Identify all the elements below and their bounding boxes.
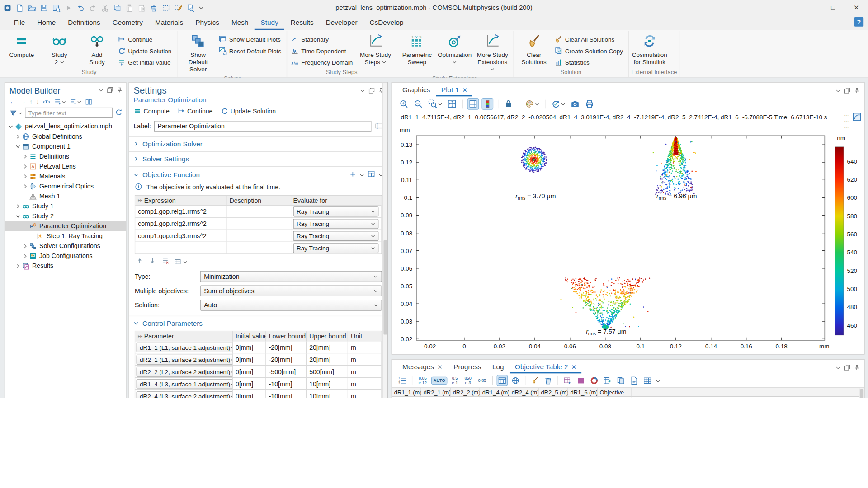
- format-8.85e-12[interactable]: 8.85e-12: [417, 375, 429, 386]
- upper-bound-cell[interactable]: 10[mm]: [307, 390, 348, 398]
- close-button[interactable]: ✕: [845, 0, 868, 15]
- evaluate-for-select[interactable]: Ray Tracing: [293, 231, 379, 241]
- initial-value-cell[interactable]: 0[mm]: [233, 353, 266, 365]
- unit-cell[interactable]: m: [348, 353, 382, 365]
- parameter-select[interactable]: dR1_1 (L1, surface 1 adjustment): [137, 342, 233, 352]
- maximize-button[interactable]: □: [821, 0, 844, 15]
- continue-button[interactable]: Continue: [177, 107, 213, 116]
- table-settings-icon[interactable]: [174, 258, 187, 266]
- tree-item-petzval-lens-optimization-mph[interactable]: petzval_lens_optimization.mph: [5, 122, 126, 131]
- ribbon-show-default-solver-button[interactable]: Show DefaultSolver: [180, 32, 217, 75]
- ribbon-parametric-sweep-button[interactable]: 1 2 3 ParametricSweep: [399, 32, 435, 67]
- evaluate-for-select[interactable]: Ray Tracing: [293, 243, 379, 253]
- initial-value-cell[interactable]: 0[mm]: [233, 390, 266, 398]
- polar-table-icon[interactable]: [510, 375, 520, 385]
- result-column-3[interactable]: dR1_4 (m): [480, 388, 509, 396]
- tree-expander-icon[interactable]: [14, 144, 22, 149]
- update-plot-icon[interactable]: [550, 99, 566, 109]
- lower-bound-cell[interactable]: -500[mm]: [266, 366, 307, 377]
- tree-item-step-1-ray-tracing[interactable]: Step 1: Ray Tracing: [5, 231, 126, 241]
- ribbon-cosimulation-simulink-button[interactable]: Cosimulationfor Simulink: [631, 32, 668, 67]
- help-button[interactable]: ?: [854, 17, 863, 27]
- menu-materials[interactable]: Materials: [149, 17, 189, 30]
- undo-icon[interactable]: [76, 4, 85, 12]
- redo-icon[interactable]: [89, 4, 97, 12]
- menu-csdevelop[interactable]: CsDevelop: [363, 17, 410, 30]
- format-850e-3[interactable]: 850e-3: [463, 375, 473, 386]
- run-icon[interactable]: [64, 4, 72, 12]
- column-header-description[interactable]: Description: [226, 196, 292, 205]
- move-up-icon[interactable]: [136, 257, 143, 267]
- menu-mesh[interactable]: Mesh: [225, 17, 254, 30]
- description-cell[interactable]: [226, 206, 292, 217]
- lock-icon[interactable]: [503, 99, 514, 109]
- tree-item-geometrical-optics[interactable]: Geometrical Optics: [5, 181, 126, 191]
- ribbon-update-solution-button[interactable]: Update Solution: [116, 46, 175, 57]
- section-control-parameters[interactable]: Control Parameters: [129, 316, 387, 331]
- table-scrollbar[interactable]: [859, 388, 864, 398]
- info-tab-objective-table-2[interactable]: Objective Table 2✕: [510, 361, 581, 373]
- minimize-button[interactable]: ─: [798, 0, 821, 15]
- tree-filter-input[interactable]: [25, 108, 113, 118]
- zoom-out-icon[interactable]: [413, 99, 423, 109]
- graphics-tab-plot-1[interactable]: Plot 1✕: [436, 84, 472, 96]
- caret-down-icon[interactable]: [656, 375, 660, 385]
- description-cell[interactable]: [226, 218, 292, 230]
- full-precision-icon[interactable]: [497, 375, 507, 385]
- ribbon-time-dependent-button[interactable]: Time Dependent: [290, 46, 356, 57]
- upper-bound-cell[interactable]: 20[mm]: [307, 341, 348, 353]
- info-tab-log[interactable]: Log: [487, 361, 509, 373]
- tree-expander-icon[interactable]: [22, 244, 29, 249]
- ribbon-statistics-button[interactable]: Statistics: [553, 57, 626, 68]
- section-optimization-solver[interactable]: Optimization Solver: [129, 136, 387, 151]
- upper-bound-cell[interactable]: 500[mm]: [307, 366, 348, 377]
- graphics-tab-graphics[interactable]: Graphics: [397, 84, 435, 96]
- tree-item-petzval-lens[interactable]: A Petzval Lens: [5, 161, 126, 171]
- arrow-down-icon[interactable]: ↓: [36, 98, 39, 106]
- update-solution-button[interactable]: Update Solution: [221, 107, 276, 116]
- add-row-icon[interactable]: [349, 170, 356, 179]
- info-tab-messages[interactable]: Messages✕: [397, 361, 448, 373]
- tree-expander-icon[interactable]: [22, 164, 29, 169]
- find-icon[interactable]: [186, 4, 194, 12]
- ribbon-study-button[interactable]: Study2: [41, 32, 78, 67]
- tree-expander-icon[interactable]: [22, 183, 29, 188]
- pin-icon[interactable]: [854, 86, 859, 96]
- open-icon[interactable]: [28, 4, 36, 12]
- expression-cell[interactable]: [135, 242, 226, 254]
- zoom-in-icon[interactable]: [399, 99, 409, 109]
- description-cell[interactable]: [226, 230, 292, 242]
- initial-value-cell[interactable]: 0[mm]: [233, 378, 266, 389]
- column-header-unit[interactable]: Unit: [348, 331, 382, 341]
- numbered-list-icon[interactable]: 123: [397, 375, 407, 385]
- tree-item-results[interactable]: Results: [5, 261, 126, 271]
- tree-expander-icon[interactable]: [14, 204, 22, 209]
- rename-icon[interactable]: [375, 122, 383, 131]
- compute-button[interactable]: Compute: [133, 107, 169, 116]
- select-paint-icon[interactable]: [174, 4, 182, 12]
- label-input[interactable]: [154, 121, 371, 132]
- section-objective-function[interactable]: Objective Function: [129, 166, 387, 183]
- menu-physics[interactable]: Physics: [189, 17, 226, 30]
- colorbar-toggle-icon[interactable]: [482, 99, 493, 109]
- expression-cell[interactable]: comp1.gop.relg2.rrms^2: [135, 218, 226, 230]
- ribbon-continue-button[interactable]: Continue: [116, 34, 175, 45]
- table-window-icon[interactable]: [563, 375, 573, 385]
- tree-item-definitions[interactable]: Definitions: [5, 151, 126, 161]
- chevron-down-icon[interactable]: [360, 85, 365, 95]
- chevron-down-icon[interactable]: [835, 363, 841, 373]
- result-column-5[interactable]: dR2_5 (m): [539, 388, 568, 396]
- column-header-parameter[interactable]: ▸▸Parameter: [135, 331, 233, 341]
- snapshot-icon[interactable]: [570, 99, 580, 109]
- tree-expander-icon[interactable]: [14, 214, 22, 219]
- settings-scrollbar[interactable]: [382, 83, 387, 398]
- ribbon-show-default-plots-button[interactable]: Show Default Plots: [217, 34, 285, 45]
- tree-expander-icon[interactable]: [14, 134, 22, 139]
- ribbon-stationary-button[interactable]: Stationary: [290, 34, 356, 45]
- tree-item-materials[interactable]: Materials: [5, 171, 126, 181]
- unit-cell[interactable]: m: [348, 341, 382, 353]
- section-solver-settings[interactable]: Solver Settings: [129, 151, 387, 166]
- plot-canvas[interactable]: 0.130.120.110.10.090.080.070.060.050.040…: [392, 120, 865, 353]
- caret-down-icon[interactable]: [360, 171, 364, 178]
- menu-file[interactable]: File: [8, 17, 31, 30]
